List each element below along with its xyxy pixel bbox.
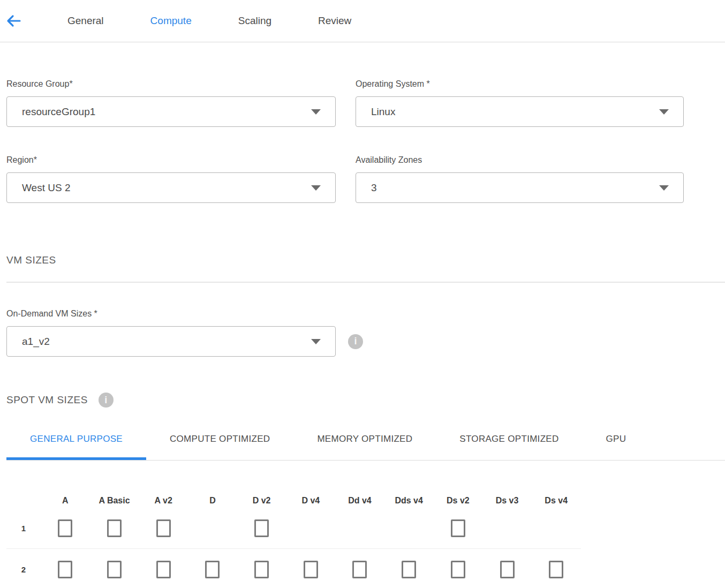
availability-zones-label: Availability Zones <box>356 155 684 165</box>
column-header-a-basic: A Basic <box>90 496 139 508</box>
cell-1-d-v2 <box>237 519 286 537</box>
tab-compute-optimized[interactable]: COMPUTE OPTIMIZED <box>146 434 293 461</box>
cell-2-a-basic <box>90 561 139 578</box>
table-row-2: 2 <box>6 549 581 588</box>
vm-size-checkbox-2-dd-v4[interactable] <box>352 561 367 578</box>
availability-zones-value: 3 <box>371 182 377 194</box>
vm-size-checkbox-2-a-v2[interactable] <box>156 561 171 578</box>
corner-cell <box>6 496 41 508</box>
column-header-ds-v4: Ds v4 <box>532 496 581 508</box>
chevron-down-icon <box>311 109 321 115</box>
cell-2-ds-v2 <box>434 561 483 578</box>
operating-system-select[interactable]: Linux <box>356 96 684 127</box>
region-label: Region* <box>6 155 336 165</box>
vm-size-table: AA BasicA v2DD v2D v4Dd v4Dds v4Ds v2Ds … <box>6 496 725 588</box>
region-select[interactable]: West US 2 <box>6 172 336 203</box>
vm-size-checkbox-2-d[interactable] <box>205 561 220 578</box>
info-icon[interactable]: i <box>99 393 114 408</box>
tab-storage-optimized[interactable]: STORAGE OPTIMIZED <box>436 434 582 461</box>
spot-vm-category-tabs: GENERAL PURPOSE COMPUTE OPTIMIZED MEMORY… <box>6 434 725 461</box>
vm-size-checkbox-1-a-basic[interactable] <box>107 519 122 537</box>
back-button[interactable] <box>6 14 21 28</box>
cell-2-d-v4 <box>286 561 335 578</box>
column-header-ds-v2: Ds v2 <box>434 496 483 508</box>
region-field: Region* West US 2 <box>6 155 336 203</box>
vm-size-checkbox-2-a[interactable] <box>58 561 72 578</box>
vm-size-checkbox-2-ds-v3[interactable] <box>500 561 515 578</box>
column-header-d-v4: D v4 <box>286 496 335 508</box>
on-demand-vm-sizes-field: On-Demand VM Sizes * a1_v2 i <box>6 308 725 357</box>
column-header-d: D <box>188 496 237 508</box>
on-demand-vm-sizes-label: On-Demand VM Sizes * <box>6 308 725 319</box>
spot-vm-sizes-section-title: SPOT VM SIZES <box>6 394 88 406</box>
operating-system-label: Operating System * <box>356 79 684 89</box>
column-header-ds-v3: Ds v3 <box>482 496 532 508</box>
cell-2-a-v2 <box>139 561 188 578</box>
on-demand-vm-sizes-value: a1_v2 <box>22 336 50 348</box>
resource-group-value: resourceGroup1 <box>22 106 95 118</box>
cell-1-a <box>41 519 90 537</box>
tab-compute[interactable]: Compute <box>150 15 192 27</box>
column-header-a: A <box>41 496 90 508</box>
vm-size-checkbox-2-a-basic[interactable] <box>107 561 122 578</box>
region-value: West US 2 <box>22 182 70 194</box>
availability-zones-field: Availability Zones 3 <box>356 155 684 203</box>
cell-2-ds-v3 <box>482 561 532 578</box>
section-divider <box>6 282 725 283</box>
vm-size-checkbox-2-ds-v4[interactable] <box>549 561 563 578</box>
cell-2-dd-v4 <box>335 561 384 578</box>
row-label: 2 <box>6 565 41 574</box>
table-row-1: 1 <box>6 508 581 549</box>
column-header-a-v2: A v2 <box>139 496 188 508</box>
chevron-down-icon <box>311 185 321 191</box>
chevron-down-icon <box>659 185 669 191</box>
column-header-d-v2: D v2 <box>237 496 286 508</box>
vm-size-checkbox-2-dds-v4[interactable] <box>402 561 416 578</box>
tab-general-purpose[interactable]: GENERAL PURPOSE <box>6 434 146 461</box>
row-label: 1 <box>6 524 41 533</box>
cell-1-a-v2 <box>139 519 188 537</box>
info-icon[interactable]: i <box>348 334 363 349</box>
cell-2-a <box>41 561 90 578</box>
tab-gpu[interactable]: GPU <box>583 434 650 461</box>
tab-review[interactable]: Review <box>318 15 351 27</box>
tab-memory-optimized[interactable]: MEMORY OPTIMIZED <box>293 434 436 461</box>
cell-1-ds-v2 <box>434 519 483 537</box>
operating-system-value: Linux <box>371 106 395 118</box>
vm-size-table-header: AA BasicA v2DD v2D v4Dd v4Dds v4Ds v2Ds … <box>6 496 581 508</box>
operating-system-field: Operating System * Linux <box>356 79 684 127</box>
resource-group-select[interactable]: resourceGroup1 <box>6 96 336 127</box>
column-header-dd-v4: Dd v4 <box>335 496 384 508</box>
cell-2-d-v2 <box>237 561 286 578</box>
vm-size-checkbox-2-d-v4[interactable] <box>304 561 318 578</box>
vm-size-checkbox-2-d-v2[interactable] <box>254 561 269 578</box>
resource-group-field: Resource Group* resourceGroup1 <box>6 79 336 127</box>
wizard-header: General Compute Scaling Review <box>0 0 725 42</box>
vm-size-checkbox-2-ds-v2[interactable] <box>451 561 465 578</box>
vm-size-checkbox-1-d-v2[interactable] <box>254 519 269 537</box>
cell-2-d <box>188 561 237 578</box>
chevron-down-icon <box>659 109 669 115</box>
compute-form: Resource Group* resourceGroup1 Operating… <box>6 79 725 203</box>
vm-size-checkbox-1-ds-v2[interactable] <box>451 519 465 537</box>
tab-scaling[interactable]: Scaling <box>238 15 271 27</box>
on-demand-vm-sizes-select[interactable]: a1_v2 <box>6 326 336 357</box>
cell-2-ds-v4 <box>532 561 581 578</box>
column-header-dds-v4: Dds v4 <box>384 496 434 508</box>
availability-zones-select[interactable]: 3 <box>356 172 684 203</box>
vm-sizes-section-title: VM SIZES <box>6 254 725 266</box>
cell-1-a-basic <box>90 519 139 537</box>
tab-general[interactable]: General <box>67 15 104 27</box>
compute-step-content: Resource Group* resourceGroup1 Operating… <box>0 79 725 588</box>
arrow-left-icon <box>6 14 21 27</box>
vm-size-checkbox-1-a[interactable] <box>58 519 72 537</box>
spot-vm-sizes-section: SPOT VM SIZES i <box>6 393 725 408</box>
chevron-down-icon <box>311 339 321 344</box>
vm-size-checkbox-1-a-v2[interactable] <box>156 519 171 537</box>
cell-2-dds-v4 <box>384 561 434 578</box>
resource-group-label: Resource Group* <box>6 79 336 89</box>
